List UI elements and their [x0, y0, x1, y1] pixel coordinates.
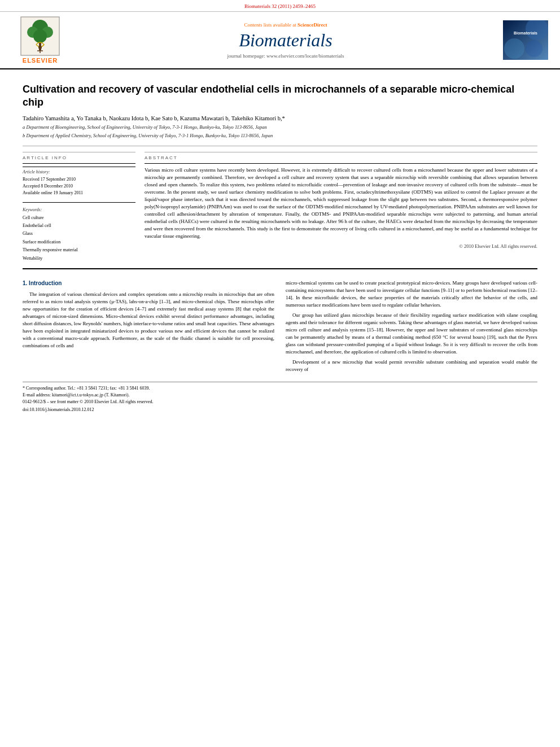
footer-section: * Corresponding author. Tel.: +81 3 5841…	[23, 382, 537, 412]
article-history: Article history: Received 17 September 2…	[23, 167, 135, 196]
footer-email: E-mail address: kitamori@ict.t.u-tokyo.a…	[23, 392, 537, 399]
page: Biomaterials 32 (2011) 2459–2465	[0, 0, 560, 418]
copyright-line: © 2010 Elsevier Ltd. All rights reserved…	[145, 243, 537, 249]
article-info-abstract: ARTICLE INFO Article history: Received 1…	[23, 146, 537, 263]
keywords-divider	[23, 202, 135, 203]
footer-corresponding: * Corresponding author. Tel.: +81 3 5841…	[23, 385, 537, 392]
svg-text:Biomaterials: Biomaterials	[514, 31, 537, 35]
keyword-4: Surface modification	[23, 238, 135, 246]
intro-para-3: Our group has utilized glass microchips …	[286, 312, 537, 356]
journal-logo-right: Biomaterials	[500, 20, 551, 60]
journal-header: ELSEVIER Contents lists available at Sci…	[0, 12, 560, 69]
keyword-2: Endothelial cell	[23, 222, 135, 230]
abstract-text: Various micro cell culture systems have …	[145, 167, 537, 240]
abstract-paragraph: Various micro cell culture systems have …	[145, 167, 537, 240]
section-divider	[23, 268, 537, 269]
intro-col-right: micro-chemical systems can be used to cr…	[286, 279, 537, 376]
sciencedirect-link: Contents lists available at ScienceDirec…	[71, 22, 500, 28]
keywords-label: Keywords:	[23, 207, 135, 212]
divider	[23, 163, 135, 164]
main-content: Cultivation and recovery of vascular end…	[0, 69, 560, 418]
intro-para-1: The integration of various chemical devi…	[23, 291, 274, 350]
biomaterials-logo-box: Biomaterials	[503, 20, 548, 60]
abstract-column: ABSTRACT Various micro cell culture syst…	[145, 152, 537, 263]
keyword-1: Cell culture	[23, 214, 135, 222]
citation-text: Biomaterials 32 (2011) 2459–2465	[244, 3, 316, 9]
intro-para-2: micro-chemical systems can be used to cr…	[286, 279, 537, 309]
article-info-label: ARTICLE INFO	[23, 152, 135, 160]
keywords-block: Keywords: Cell culture Endothelial cell …	[23, 207, 135, 263]
accepted-date: Accepted 8 December 2010	[23, 183, 135, 190]
svg-point-13	[526, 40, 542, 57]
abstract-divider-top	[145, 163, 537, 164]
keyword-6: Wettability	[23, 255, 135, 263]
svg-point-7	[38, 46, 42, 49]
intro-heading: 1. Introduction	[23, 279, 274, 288]
online-date: Available online 19 January 2011	[23, 190, 135, 196]
citation-bar: Biomaterials 32 (2011) 2459–2465	[0, 0, 560, 12]
affiliation-2: b Department of Applied Chemistry, Schoo…	[23, 133, 537, 139]
article-title: Cultivation and recovery of vascular end…	[23, 83, 537, 110]
keywords-list: Cell culture Endothelial cell Glass Surf…	[23, 214, 135, 263]
article-info-column: ARTICLE INFO Article history: Received 1…	[23, 152, 135, 263]
abstract-label: ABSTRACT	[145, 152, 537, 160]
history-label: Article history:	[23, 169, 135, 174]
svg-point-6	[33, 29, 47, 43]
journal-title-area: Contents lists available at ScienceDirec…	[71, 22, 500, 59]
elsevier-logo: ELSEVIER	[9, 16, 71, 64]
body-columns: 1. Introduction The integration of vario…	[23, 275, 537, 376]
keyword-5: Thermally responsive material	[23, 246, 135, 254]
footer-doi: doi:10.1016/j.biomaterials.2010.12.012	[23, 407, 537, 412]
elsevier-logo-area: ELSEVIER	[9, 16, 71, 64]
keyword-3: Glass	[23, 230, 135, 238]
footer-issn: 0142-9612/$ – see front matter © 2010 El…	[23, 399, 537, 405]
biomaterials-logo-image: Biomaterials	[503, 20, 548, 60]
journal-homepage: journal homepage: www.elsevier.com/locat…	[71, 53, 500, 59]
svg-point-12	[504, 38, 524, 59]
article-authors: Tadahiro Yamashita a, Yo Tanaka b, Naoka…	[23, 115, 537, 121]
affiliation-1: a Department of Bioengineering, School o…	[23, 124, 537, 131]
elsevier-tree-icon	[20, 16, 60, 56]
elsevier-label: ELSEVIER	[23, 57, 58, 64]
intro-col-left: 1. Introduction The integration of vario…	[23, 279, 274, 376]
journal-title: Biomaterials	[71, 30, 500, 51]
article-title-section: Cultivation and recovery of vascular end…	[23, 75, 537, 146]
received-date: Received 17 September 2010	[23, 176, 135, 183]
intro-para-4: Development of a new microchip that woul…	[286, 359, 537, 373]
